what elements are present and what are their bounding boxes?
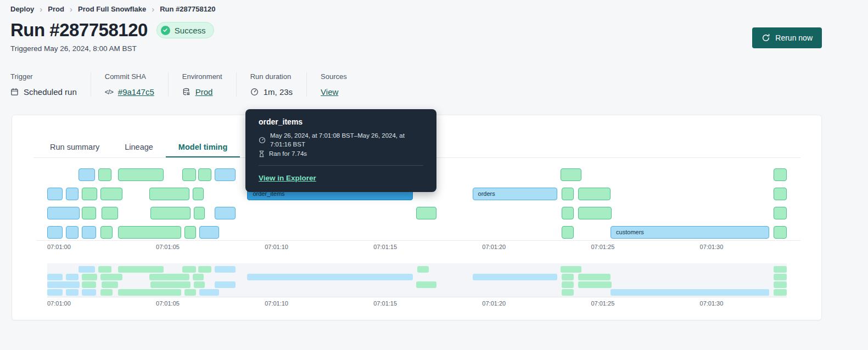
timing-bar[interactable] <box>79 168 95 181</box>
mini-timing-bar <box>194 281 205 288</box>
axis-tick-label: 07:01:15 <box>373 244 397 250</box>
timing-bar[interactable] <box>194 207 205 219</box>
mini-timing-bar-orders <box>473 274 558 280</box>
breadcrumb-item[interactable]: Prod <box>48 5 64 13</box>
tooltip-divider <box>259 165 423 166</box>
timing-bar[interactable] <box>118 226 181 239</box>
timing-bar[interactable] <box>182 168 197 181</box>
refresh-icon <box>761 33 770 42</box>
tab-lineage[interactable]: Lineage <box>112 138 166 158</box>
timing-bar[interactable] <box>215 207 236 219</box>
tab-run-summary[interactable]: Run summary <box>37 138 112 158</box>
mini-timing-bar <box>774 289 787 296</box>
mini-timing-bar <box>562 281 574 288</box>
calendar-icon <box>10 88 19 96</box>
axis-tick-label: 07:01:20 <box>482 244 506 250</box>
timing-bar[interactable] <box>774 226 787 239</box>
timing-bar[interactable] <box>562 207 574 219</box>
timing-bar[interactable] <box>102 207 118 219</box>
gantt-lane-3 <box>47 207 787 219</box>
mini-timing-bar <box>82 274 97 280</box>
timing-bar[interactable] <box>47 226 63 239</box>
timing-bar[interactable] <box>47 207 80 219</box>
timing-bar[interactable] <box>198 168 211 181</box>
axis-tick-label: 07:01:10 <box>265 244 288 250</box>
gantt-axis-line <box>36 240 800 241</box>
timeline-overview-brush[interactable] <box>47 263 787 297</box>
overview-lane-1 <box>47 266 787 273</box>
timing-bar[interactable] <box>100 226 113 239</box>
overview-axis-ticks: 07:01:0007:01:0507:01:1007:01:1507:01:20… <box>47 300 787 307</box>
mini-timing-bar <box>562 289 574 296</box>
meta-sources: SourcesView <box>306 72 361 97</box>
rerun-now-button[interactable]: Rerun now <box>752 27 822 48</box>
gantt-axis-ticks: 07:01:0007:01:0507:01:1007:01:1507:01:20… <box>47 244 787 251</box>
success-check-icon <box>161 26 170 35</box>
run-meta-row: TriggerScheduled runCommit SHA</>#9a147c… <box>10 72 361 97</box>
timing-bar[interactable] <box>66 226 79 239</box>
timing-bar[interactable] <box>98 168 111 181</box>
timing-bar[interactable] <box>562 226 574 239</box>
page-title: Run #287758120 <box>10 20 148 41</box>
timing-bar-customers[interactable]: customers <box>611 226 769 239</box>
meta-environment: EnvironmentProd <box>168 72 236 97</box>
timing-bar[interactable] <box>774 207 787 219</box>
mini-timing-bar <box>215 281 236 288</box>
axis-tick-label: 07:01:00 <box>47 244 71 250</box>
overview-lane-2 <box>47 274 787 280</box>
mini-timing-bar <box>193 274 204 280</box>
timing-bar[interactable] <box>47 188 63 200</box>
meta-environment-value[interactable]: Prod <box>195 87 213 97</box>
mini-timing-bar <box>102 281 118 288</box>
mini-timing-bar <box>47 289 63 296</box>
timing-bar[interactable] <box>416 207 437 219</box>
timing-bar[interactable] <box>774 168 787 181</box>
breadcrumb-item[interactable]: Prod Full Snowflake <box>78 5 146 13</box>
timing-bar[interactable] <box>66 188 79 200</box>
timing-bar[interactable] <box>82 188 97 200</box>
timing-bar[interactable] <box>215 168 236 181</box>
breadcrumb-separator-icon: › <box>152 5 154 13</box>
timing-bar[interactable] <box>100 188 122 200</box>
mini-timing-bar <box>149 274 189 280</box>
timing-bar[interactable] <box>774 188 787 200</box>
breadcrumb: Deploy›Prod›Prod Full Snowflake›Run #287… <box>10 5 215 13</box>
overview-lane-3 <box>47 281 787 288</box>
timing-bar[interactable] <box>199 226 219 239</box>
timing-bar[interactable] <box>82 207 96 219</box>
timing-bar-orders[interactable]: orders <box>473 188 558 200</box>
mini-timing-bar <box>98 266 111 273</box>
view-in-explorer-link[interactable]: View in Explorer <box>259 174 316 182</box>
timing-bar[interactable] <box>184 226 197 239</box>
meta-sources-label: Sources <box>321 72 347 81</box>
timing-bar[interactable] <box>578 188 611 200</box>
mini-timing-bar <box>578 281 612 288</box>
mini-timing-bar <box>184 289 197 296</box>
timing-bar[interactable] <box>193 188 204 200</box>
timing-bar[interactable] <box>118 168 164 181</box>
rerun-now-label: Rerun now <box>775 33 813 42</box>
meta-sources-value[interactable]: View <box>321 87 338 97</box>
tab-model-timing[interactable]: Model timing <box>166 138 240 158</box>
mini-timing-bar-order_items <box>247 274 412 280</box>
mini-timing-bar <box>182 266 197 273</box>
clock-icon <box>250 88 259 96</box>
timing-bar[interactable] <box>562 188 574 200</box>
timing-bar[interactable] <box>561 168 581 181</box>
timing-bar[interactable] <box>82 226 96 239</box>
status-badge-label: Success <box>175 26 206 35</box>
meta-commit-sha-label: Commit SHA <box>105 72 154 81</box>
timing-bar[interactable] <box>578 207 612 219</box>
meta-run-duration-label: Run duration <box>250 72 293 81</box>
mini-timing-bar <box>47 274 63 280</box>
mini-timing-bar <box>100 274 122 280</box>
axis-tick-label: 07:01:05 <box>156 300 180 307</box>
axis-tick-label: 07:01:10 <box>265 300 288 307</box>
axis-tick-label: 07:01:30 <box>700 300 724 307</box>
meta-trigger-label: Trigger <box>10 72 77 81</box>
timing-bar[interactable] <box>150 207 191 219</box>
breadcrumb-item[interactable]: Deploy <box>10 5 34 13</box>
timing-bar[interactable] <box>149 188 189 200</box>
mini-timing-bar <box>562 274 574 280</box>
meta-commit-sha-value[interactable]: #9a147c5 <box>118 87 154 97</box>
